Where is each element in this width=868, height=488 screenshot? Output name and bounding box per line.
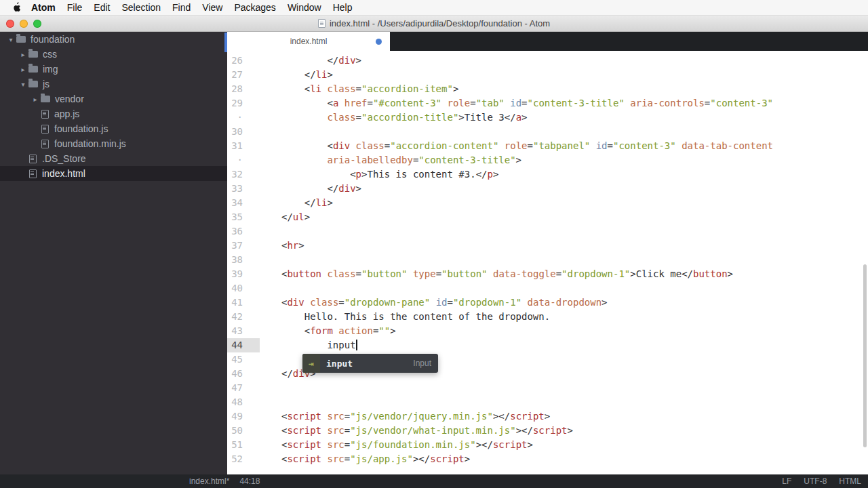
- code-row[interactable]: 32 <p>This is content #3.</p>: [227, 167, 868, 182]
- folder-icon: [16, 36, 26, 43]
- code-row[interactable]: 30: [227, 125, 868, 139]
- status-bar: index.html* 44:18 LF UTF-8 HTML: [0, 474, 868, 488]
- status-grammar[interactable]: HTML: [839, 476, 861, 486]
- tree-item-js[interactable]: ▾js: [0, 77, 227, 92]
- line-number: 34: [227, 196, 260, 210]
- code-row[interactable]: 37<hr>: [227, 239, 868, 253]
- chevron-down-icon: ▾: [18, 81, 28, 88]
- autocomplete-suggestion[interactable]: input: [326, 359, 353, 369]
- tree-item-css[interactable]: ▸css: [0, 47, 227, 62]
- code-row[interactable]: 40: [227, 281, 868, 296]
- code-line-text: [260, 395, 281, 409]
- tree-item-index-html[interactable]: index.html: [0, 166, 227, 181]
- tree-item-foundation[interactable]: ▾foundation: [0, 32, 227, 47]
- code-row[interactable]: 49<script src="js/vendor/jquery.min.js">…: [227, 409, 868, 424]
- window-title-bar[interactable]: index.html - /Users/adipurdila/Desktop/f…: [0, 16, 868, 32]
- minimize-window-button[interactable]: [20, 20, 28, 28]
- file-icon: [41, 140, 49, 148]
- code-line-text: <form action="">: [260, 324, 396, 338]
- menu-item-packages[interactable]: Packages: [234, 2, 275, 13]
- modified-indicator-dot[interactable]: [376, 39, 382, 45]
- tree-item-img[interactable]: ▸img: [0, 62, 227, 77]
- line-number: 45: [227, 352, 260, 367]
- status-cursor-position[interactable]: 44:18: [239, 476, 260, 486]
- code-row[interactable]: 47: [227, 381, 868, 395]
- tab-label: index.html: [290, 37, 328, 46]
- code-line-text: </ul>: [260, 210, 310, 224]
- editor-scrollbar-thumb[interactable]: [863, 264, 867, 447]
- close-window-button[interactable]: [6, 20, 14, 28]
- tree-item-foundation-min-js[interactable]: foundation.min.js: [0, 136, 227, 151]
- tree-item-label: foundation: [31, 34, 75, 45]
- line-number: 32: [227, 167, 260, 182]
- menu-item-help[interactable]: Help: [333, 2, 353, 13]
- code-row[interactable]: 50<script src="js/vendor/what-input.min.…: [227, 424, 868, 438]
- line-number: 52: [227, 452, 260, 466]
- menu-item-view[interactable]: View: [202, 2, 222, 13]
- code-line-text: <p>This is content #3.</p>: [260, 167, 498, 182]
- folder-icon: [41, 96, 50, 102]
- code-row[interactable]: 27 </li>: [227, 68, 868, 82]
- tree-item-app-js[interactable]: app.js: [0, 106, 227, 121]
- code-row[interactable]: 26 </div>: [227, 54, 868, 68]
- code-area[interactable]: ⇥ input Input 26 </div>27 </li>28 <li cl…: [227, 51, 868, 474]
- line-number: 39: [227, 267, 260, 281]
- tree-item-label: .DS_Store: [42, 153, 86, 164]
- line-number: 28: [227, 82, 260, 96]
- tree-item--ds-store[interactable]: .DS_Store: [0, 151, 227, 166]
- tree-item-vendor[interactable]: ▸vendor: [0, 92, 227, 106]
- code-row[interactable]: 51<script src="js/foundation.min.js"></s…: [227, 438, 868, 452]
- line-number: 46: [227, 367, 260, 381]
- code-row[interactable]: 34 </li>: [227, 196, 868, 210]
- zoom-window-button[interactable]: [33, 20, 41, 28]
- code-row[interactable]: 39<button class="button" type="button" d…: [227, 267, 868, 281]
- code-row[interactable]: 44 input: [227, 338, 868, 352]
- apple-menu-icon[interactable]: [12, 2, 22, 13]
- code-row[interactable]: 28 <li class="accordion-item">: [227, 82, 868, 96]
- code-line-text: </div>: [260, 54, 361, 68]
- snippet-tab-icon: ⇥: [302, 354, 320, 373]
- code-line-text: </li>: [260, 68, 333, 82]
- tab-index-html[interactable]: index.html: [227, 32, 390, 51]
- code-row[interactable]: 36: [227, 224, 868, 239]
- line-number: 40: [227, 281, 260, 296]
- tree-item-label: img: [43, 64, 58, 75]
- code-row[interactable]: 43 <form action="">: [227, 324, 868, 338]
- code-line-text: </li>: [260, 196, 333, 210]
- atom-window: Atom FileEditSelectionFindViewPackagesWi…: [0, 0, 868, 488]
- menu-item-find[interactable]: Find: [172, 2, 191, 13]
- chevron-right-icon: ▸: [18, 66, 28, 73]
- code-row[interactable]: · class="accordion-title">Title 3</a>: [227, 110, 868, 125]
- code-line-text: [260, 381, 281, 395]
- code-line-text: input: [260, 338, 357, 352]
- code-row[interactable]: · aria-labelledby="content-3-title">: [227, 153, 868, 167]
- code-line-text: aria-labelledby="content-3-title">: [260, 153, 521, 167]
- chevron-down-icon: ▾: [5, 36, 16, 43]
- line-number: 29: [227, 96, 260, 110]
- menu-item-file[interactable]: File: [67, 2, 83, 13]
- line-number: 37: [227, 239, 260, 253]
- code-row[interactable]: 41<div class="dropdown-pane" id="dropdow…: [227, 296, 868, 310]
- status-file-name[interactable]: index.html*: [189, 476, 229, 486]
- status-line-ending[interactable]: LF: [782, 476, 791, 486]
- code-row[interactable]: 29 <a href="#content-3" role="tab" id="c…: [227, 96, 868, 110]
- status-encoding[interactable]: UTF-8: [804, 476, 827, 486]
- editor-pane: index.html ⇥ input Input 26 </div>27 </l…: [227, 32, 868, 474]
- code-line-text: <div class="accordion-content" role="tab…: [260, 139, 773, 153]
- menu-item-selection[interactable]: Selection: [121, 2, 161, 13]
- code-row[interactable]: 38: [227, 253, 868, 267]
- menu-item-edit[interactable]: Edit: [94, 2, 110, 13]
- code-row[interactable]: 33 </div>: [227, 182, 868, 196]
- code-row[interactable]: 35</ul>: [227, 210, 868, 224]
- code-row[interactable]: 31 <div class="accordion-content" role="…: [227, 139, 868, 153]
- code-row[interactable]: 52<script src="js/app.js"></script>: [227, 452, 868, 466]
- code-row[interactable]: 48: [227, 395, 868, 409]
- code-row[interactable]: 42 Hello. This is the content of the dro…: [227, 310, 868, 324]
- menu-item-atom[interactable]: Atom: [31, 2, 56, 13]
- tree-item-foundation-js[interactable]: foundation.js: [0, 121, 227, 136]
- menu-item-window[interactable]: Window: [288, 2, 321, 13]
- tree-view[interactable]: ▾foundation▸css▸img▾js▸vendorapp.jsfound…: [0, 32, 227, 474]
- line-number: 38: [227, 253, 260, 267]
- line-number: 30: [227, 125, 260, 139]
- folder-icon: [28, 66, 38, 73]
